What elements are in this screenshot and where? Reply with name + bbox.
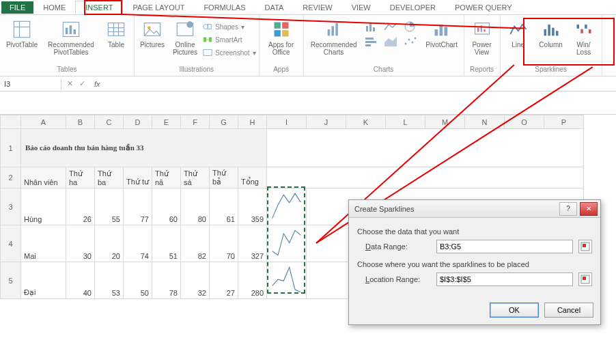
pictures-button[interactable]: Pictures [137, 19, 167, 48]
header-cell[interactable]: Thứ bả [210, 167, 238, 188]
col-header[interactable]: G [210, 115, 238, 129]
tab-insert[interactable]: INSERT [75, 1, 123, 14]
data-cell[interactable]: 53 [95, 262, 124, 299]
header-cell[interactable]: Thứ nă [152, 167, 181, 188]
tab-data[interactable]: DATA [255, 1, 294, 14]
col-header[interactable]: L [386, 115, 425, 129]
col-header[interactable]: D [124, 115, 152, 129]
tab-review[interactable]: REVIEW [293, 1, 341, 14]
cancel-formula-icon[interactable]: ✕ [64, 79, 75, 88]
cancel-button[interactable]: Cancel [544, 303, 593, 318]
col-header[interactable]: O [505, 115, 544, 129]
tab-developer[interactable]: DEVELOPER [380, 1, 445, 14]
data-cell[interactable]: 27 [210, 262, 238, 299]
title-cell[interactable]: Báo cáo doanh thu bán hàng tuần 33 [21, 129, 267, 167]
power-view-button[interactable]: Power View [467, 19, 497, 56]
row-header[interactable]: 3 [1, 188, 21, 225]
data-cell[interactable]: 32 [181, 262, 210, 299]
data-cell[interactable]: 78 [152, 262, 181, 299]
ribbon-tabs: FILE HOME INSERT PAGE LAYOUT FORMULAS DA… [0, 0, 616, 15]
col-header[interactable]: I [267, 115, 307, 129]
data-cell[interactable]: Mai [21, 225, 66, 262]
data-cell[interactable]: 30 [66, 225, 95, 262]
header-cell[interactable]: Thứ ba [95, 167, 124, 188]
header-cell[interactable]: Nhân viên [21, 167, 66, 188]
sparkline-cell[interactable] [267, 188, 307, 225]
data-cell[interactable]: 55 [95, 188, 124, 225]
data-cell[interactable]: 280 [238, 262, 267, 299]
online-pictures-button[interactable]: Online Pictures [170, 19, 200, 56]
data-cell[interactable]: 60 [152, 188, 181, 225]
col-header[interactable]: A [21, 115, 66, 129]
data-cell[interactable]: 327 [238, 225, 267, 262]
row-header[interactable]: 2 [1, 167, 21, 188]
screenshot-button[interactable]: Screenshot ▾ [203, 46, 256, 59]
data-cell[interactable]: 61 [210, 188, 238, 225]
range-picker-icon[interactable] [578, 272, 592, 286]
data-cell[interactable]: 40 [66, 262, 95, 299]
data-cell[interactable]: 50 [124, 262, 152, 299]
table-button[interactable]: Table [101, 19, 131, 48]
location-range-input[interactable] [436, 272, 573, 286]
data-cell[interactable]: 82 [181, 225, 210, 262]
chart-pie-button[interactable] [402, 20, 420, 34]
data-cell[interactable]: Đại [21, 262, 66, 299]
tab-file[interactable]: FILE [1, 1, 33, 14]
col-header[interactable]: E [152, 115, 181, 129]
data-cell[interactable]: Hùng [21, 188, 66, 225]
range-picker-icon[interactable] [578, 240, 592, 253]
pivot-table-button[interactable]: PivotTable [3, 19, 41, 48]
header-cell[interactable]: Thứ sá [181, 167, 210, 188]
smartart-button[interactable]: SmartArt [203, 33, 256, 46]
recommended-pivot-button[interactable]: Recommended PivotTables [44, 19, 98, 56]
svg-rect-45 [477, 28, 479, 32]
col-header[interactable]: B [66, 115, 95, 129]
name-box[interactable]: I3 [0, 79, 61, 89]
shapes-button[interactable]: Shapes ▾ [203, 20, 256, 33]
col-header[interactable]: H [238, 115, 267, 129]
tab-page-layout[interactable]: PAGE LAYOUT [123, 1, 194, 14]
sparkline-winloss-button[interactable]: Win/ Loss [569, 19, 599, 56]
chart-scatter-button[interactable] [402, 36, 420, 49]
data-cell[interactable]: 359 [238, 188, 267, 225]
data-cell[interactable]: 74 [124, 225, 152, 262]
help-icon[interactable]: ? [559, 202, 577, 216]
accept-formula-icon[interactable]: ✓ [76, 79, 87, 88]
row-header[interactable]: 5 [1, 262, 21, 299]
row-header[interactable]: 4 [1, 225, 21, 262]
col-header[interactable]: K [346, 115, 386, 129]
sparkline-line-button[interactable]: Line [503, 19, 533, 48]
chart-bar-button[interactable] [364, 36, 382, 49]
data-cell[interactable]: 80 [181, 188, 210, 225]
apps-for-office-button[interactable]: Apps for Office [262, 19, 300, 56]
tab-formulas[interactable]: FORMULAS [194, 1, 255, 14]
tab-home[interactable]: HOME [33, 1, 75, 14]
pivot-chart-button[interactable]: PivotChart [423, 19, 461, 48]
data-cell[interactable]: 26 [66, 188, 95, 225]
fx-label[interactable]: fx [90, 80, 104, 88]
ok-button[interactable]: OK [490, 303, 539, 318]
sparkline-cell[interactable] [267, 225, 307, 262]
header-cell[interactable]: Thứ tư [124, 167, 152, 188]
col-header[interactable]: P [544, 115, 584, 129]
chart-area-button[interactable] [383, 36, 401, 49]
sparkline-column-button[interactable]: Column [536, 19, 566, 48]
col-header[interactable]: F [181, 115, 210, 129]
tab-power-query[interactable]: POWER QUERY [445, 1, 522, 14]
col-header[interactable]: J [307, 115, 346, 129]
col-header[interactable]: C [95, 115, 124, 129]
data-cell[interactable]: 77 [124, 188, 152, 225]
group-reports: Power View Reports [464, 15, 501, 76]
dialog-titlebar[interactable]: Create Sparklines ? ✕ [349, 200, 600, 218]
data-cell[interactable]: 51 [152, 225, 181, 262]
header-cell[interactable]: Tổng [238, 167, 267, 188]
tab-view[interactable]: VIEW [342, 1, 380, 14]
header-cell[interactable]: Thứ ha [66, 167, 95, 188]
recommended-charts-button[interactable]: Recommended Charts [307, 19, 361, 56]
data-cell[interactable]: 20 [95, 225, 124, 262]
data-cell[interactable]: 70 [210, 225, 238, 262]
sparkline-cell[interactable] [267, 262, 307, 299]
close-icon[interactable]: ✕ [580, 202, 598, 216]
row-header[interactable]: 1 [1, 129, 21, 167]
data-range-input[interactable] [436, 240, 573, 253]
